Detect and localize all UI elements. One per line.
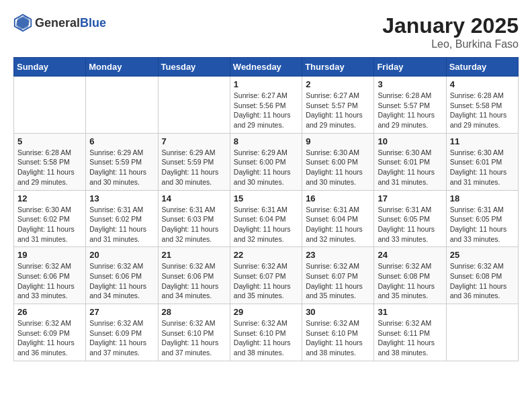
calendar-cell: 14Sunrise: 6:31 AM Sunset: 6:03 PM Dayli…: [158, 190, 230, 247]
calendar-cell: 4Sunrise: 6:28 AM Sunset: 5:58 PM Daylig…: [446, 77, 518, 134]
weekday-header-friday: Friday: [374, 58, 446, 77]
calendar-cell: 2Sunrise: 6:27 AM Sunset: 5:57 PM Daylig…: [302, 77, 374, 134]
calendar-cell: 1Sunrise: 6:27 AM Sunset: 5:56 PM Daylig…: [230, 77, 302, 134]
day-info: Sunrise: 6:29 AM Sunset: 5:59 PM Dayligh…: [89, 148, 154, 187]
day-info: Sunrise: 6:31 AM Sunset: 6:03 PM Dayligh…: [162, 205, 226, 244]
day-info: Sunrise: 6:31 AM Sunset: 6:04 PM Dayligh…: [306, 205, 370, 244]
day-info: Sunrise: 6:30 AM Sunset: 6:01 PM Dayligh…: [378, 148, 442, 187]
weekday-header-thursday: Thursday: [302, 58, 374, 77]
day-number: 22: [234, 250, 298, 260]
calendar-cell: 5Sunrise: 6:28 AM Sunset: 5:58 PM Daylig…: [14, 133, 86, 190]
logo-icon: [13, 13, 32, 32]
calendar-cell: 11Sunrise: 6:30 AM Sunset: 6:01 PM Dayli…: [446, 133, 518, 190]
day-number: 31: [378, 307, 442, 317]
logo-general: General: [35, 16, 80, 30]
calendar-cell: 31Sunrise: 6:32 AM Sunset: 6:11 PM Dayli…: [374, 304, 446, 361]
day-number: 24: [378, 250, 442, 260]
day-number: 15: [234, 193, 298, 203]
day-info: Sunrise: 6:31 AM Sunset: 6:04 PM Dayligh…: [234, 205, 298, 244]
weekday-header-wednesday: Wednesday: [230, 58, 302, 77]
weekday-header-tuesday: Tuesday: [158, 58, 230, 77]
calendar-cell: 15Sunrise: 6:31 AM Sunset: 6:04 PM Dayli…: [230, 190, 302, 247]
day-info: Sunrise: 6:27 AM Sunset: 5:56 PM Dayligh…: [234, 91, 298, 130]
day-number: 12: [17, 193, 82, 203]
calendar-cell: 19Sunrise: 6:32 AM Sunset: 6:06 PM Dayli…: [14, 247, 86, 304]
day-info: Sunrise: 6:32 AM Sunset: 6:09 PM Dayligh…: [17, 318, 82, 358]
weekday-header-row: SundayMondayTuesdayWednesdayThursdayFrid…: [14, 58, 519, 77]
day-number: 30: [306, 307, 370, 317]
calendar-week-row: 1Sunrise: 6:27 AM Sunset: 5:56 PM Daylig…: [14, 77, 519, 134]
header: GeneralBlue January 2025 Leo, Burkina Fa…: [13, 13, 519, 50]
day-number: 16: [306, 193, 370, 203]
weekday-header-monday: Monday: [86, 58, 158, 77]
calendar-cell: [14, 77, 86, 134]
day-number: 26: [17, 307, 82, 317]
calendar-cell: 6Sunrise: 6:29 AM Sunset: 5:59 PM Daylig…: [86, 133, 158, 190]
calendar-cell: 13Sunrise: 6:31 AM Sunset: 6:02 PM Dayli…: [86, 190, 158, 247]
day-number: 28: [162, 307, 226, 317]
day-info: Sunrise: 6:27 AM Sunset: 5:57 PM Dayligh…: [306, 91, 370, 130]
day-info: Sunrise: 6:32 AM Sunset: 6:06 PM Dayligh…: [89, 261, 154, 301]
calendar-cell: 21Sunrise: 6:32 AM Sunset: 6:06 PM Dayli…: [158, 247, 230, 304]
day-info: Sunrise: 6:32 AM Sunset: 6:06 PM Dayligh…: [17, 261, 82, 301]
calendar-cell: 12Sunrise: 6:30 AM Sunset: 6:02 PM Dayli…: [14, 190, 86, 247]
day-info: Sunrise: 6:32 AM Sunset: 6:08 PM Dayligh…: [450, 261, 515, 301]
day-number: 20: [89, 250, 154, 260]
day-number: 4: [450, 79, 515, 89]
day-info: Sunrise: 6:32 AM Sunset: 6:11 PM Dayligh…: [378, 318, 442, 358]
day-info: Sunrise: 6:30 AM Sunset: 6:00 PM Dayligh…: [306, 148, 370, 187]
calendar-cell: 17Sunrise: 6:31 AM Sunset: 6:05 PM Dayli…: [374, 190, 446, 247]
calendar-table: SundayMondayTuesdayWednesdayThursdayFrid…: [13, 57, 519, 361]
day-number: 9: [306, 136, 370, 146]
day-number: 18: [450, 193, 515, 203]
day-number: 5: [17, 136, 82, 146]
day-info: Sunrise: 6:31 AM Sunset: 6:05 PM Dayligh…: [378, 205, 442, 244]
calendar-week-row: 19Sunrise: 6:32 AM Sunset: 6:06 PM Dayli…: [14, 247, 519, 304]
day-info: Sunrise: 6:31 AM Sunset: 6:02 PM Dayligh…: [89, 205, 154, 244]
calendar-cell: 18Sunrise: 6:31 AM Sunset: 6:05 PM Dayli…: [446, 190, 518, 247]
calendar-week-row: 26Sunrise: 6:32 AM Sunset: 6:09 PM Dayli…: [14, 304, 519, 361]
day-number: 6: [89, 136, 154, 146]
day-info: Sunrise: 6:32 AM Sunset: 6:10 PM Dayligh…: [234, 318, 298, 358]
day-number: 17: [378, 193, 442, 203]
calendar-cell: 3Sunrise: 6:28 AM Sunset: 5:57 PM Daylig…: [374, 77, 446, 134]
logo: GeneralBlue: [13, 13, 106, 32]
day-info: Sunrise: 6:32 AM Sunset: 6:07 PM Dayligh…: [306, 261, 370, 301]
day-number: 23: [306, 250, 370, 260]
calendar-cell: 10Sunrise: 6:30 AM Sunset: 6:01 PM Dayli…: [374, 133, 446, 190]
calendar-cell: 23Sunrise: 6:32 AM Sunset: 6:07 PM Dayli…: [302, 247, 374, 304]
calendar-week-row: 12Sunrise: 6:30 AM Sunset: 6:02 PM Dayli…: [14, 190, 519, 247]
calendar-cell: 7Sunrise: 6:29 AM Sunset: 5:59 PM Daylig…: [158, 133, 230, 190]
title-area: January 2025 Leo, Burkina Faso: [382, 13, 519, 50]
day-number: 2: [306, 79, 370, 89]
day-info: Sunrise: 6:32 AM Sunset: 6:08 PM Dayligh…: [378, 261, 442, 301]
day-info: Sunrise: 6:28 AM Sunset: 5:57 PM Dayligh…: [378, 91, 442, 130]
day-number: 27: [89, 307, 154, 317]
day-info: Sunrise: 6:29 AM Sunset: 5:59 PM Dayligh…: [162, 148, 226, 187]
calendar-week-row: 5Sunrise: 6:28 AM Sunset: 5:58 PM Daylig…: [14, 133, 519, 190]
day-number: 8: [234, 136, 298, 146]
day-number: 10: [378, 136, 442, 146]
day-number: 11: [450, 136, 515, 146]
day-info: Sunrise: 6:32 AM Sunset: 6:10 PM Dayligh…: [306, 318, 370, 358]
day-info: Sunrise: 6:30 AM Sunset: 6:02 PM Dayligh…: [17, 205, 82, 244]
day-info: Sunrise: 6:32 AM Sunset: 6:07 PM Dayligh…: [234, 261, 298, 301]
day-info: Sunrise: 6:29 AM Sunset: 6:00 PM Dayligh…: [234, 148, 298, 187]
month-title: January 2025: [382, 13, 519, 38]
day-info: Sunrise: 6:30 AM Sunset: 6:01 PM Dayligh…: [450, 148, 515, 187]
day-number: 25: [450, 250, 515, 260]
calendar-cell: 27Sunrise: 6:32 AM Sunset: 6:09 PM Dayli…: [86, 304, 158, 361]
calendar-cell: 26Sunrise: 6:32 AM Sunset: 6:09 PM Dayli…: [14, 304, 86, 361]
logo-blue: Blue: [80, 16, 106, 30]
day-number: 29: [234, 307, 298, 317]
calendar-cell: 16Sunrise: 6:31 AM Sunset: 6:04 PM Dayli…: [302, 190, 374, 247]
calendar-cell: 20Sunrise: 6:32 AM Sunset: 6:06 PM Dayli…: [86, 247, 158, 304]
calendar-cell: 30Sunrise: 6:32 AM Sunset: 6:10 PM Dayli…: [302, 304, 374, 361]
day-number: 7: [162, 136, 226, 146]
calendar-cell: 25Sunrise: 6:32 AM Sunset: 6:08 PM Dayli…: [446, 247, 518, 304]
day-number: 21: [162, 250, 226, 260]
calendar-cell: 22Sunrise: 6:32 AM Sunset: 6:07 PM Dayli…: [230, 247, 302, 304]
day-info: Sunrise: 6:28 AM Sunset: 5:58 PM Dayligh…: [450, 91, 515, 130]
day-info: Sunrise: 6:32 AM Sunset: 6:10 PM Dayligh…: [162, 318, 226, 358]
calendar-cell: [446, 304, 518, 361]
